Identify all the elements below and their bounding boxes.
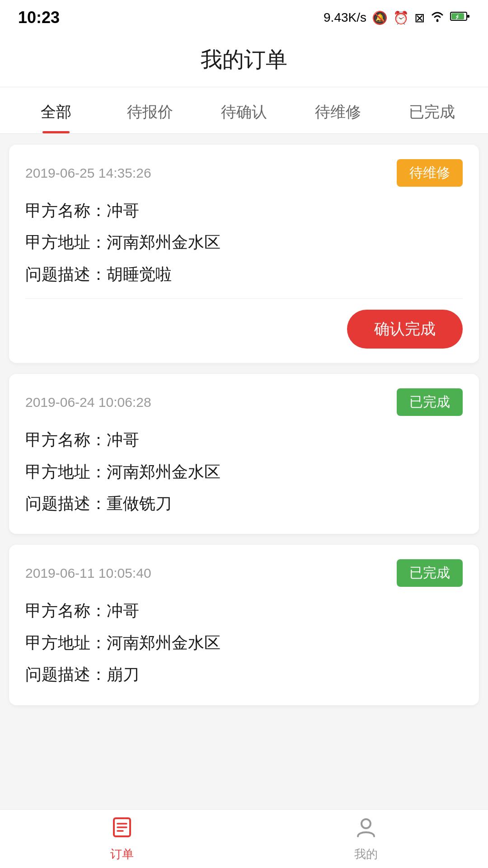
tab-all[interactable]: 全部 bbox=[9, 87, 103, 133]
page-title: 我的订单 bbox=[0, 45, 488, 74]
status-badge-2: 已完成 bbox=[397, 388, 463, 416]
card-info-3: 甲方名称：冲哥 甲方地址：河南郑州金水区 问题描述：崩刀 bbox=[25, 599, 463, 686]
bottom-spacer bbox=[9, 716, 479, 775]
mute-icon: 🔕 bbox=[372, 10, 388, 25]
order-date-3: 2019-06-11 10:05:40 bbox=[25, 566, 151, 581]
card-header-2: 2019-06-24 10:06:28 已完成 bbox=[25, 388, 463, 416]
nav-mine[interactable]: 我的 bbox=[244, 810, 488, 868]
person-icon bbox=[354, 816, 378, 843]
tab-pending-confirm[interactable]: 待确认 bbox=[197, 87, 291, 133]
sim-icon: ⊠ bbox=[414, 10, 425, 25]
party-address-2: 甲方地址：河南郑州金水区 bbox=[25, 461, 463, 483]
problem-desc-3: 问题描述：崩刀 bbox=[25, 663, 463, 686]
card-divider-1 bbox=[25, 298, 463, 299]
network-speed: 9.43K/s bbox=[324, 10, 366, 25]
status-time: 10:23 bbox=[18, 8, 60, 27]
order-date-1: 2019-06-25 14:35:26 bbox=[25, 165, 151, 181]
tabs-container: 全部 待报价 待确认 待维修 已完成 bbox=[0, 87, 488, 134]
order-card-1: 2019-06-25 14:35:26 待维修 甲方名称：冲哥 甲方地址：河南郑… bbox=[9, 145, 479, 363]
problem-desc-1: 问题描述：胡睡觉啦 bbox=[25, 263, 463, 286]
orders-list: 2019-06-25 14:35:26 待维修 甲方名称：冲哥 甲方地址：河南郑… bbox=[0, 134, 488, 786]
bottom-nav: 订单 我的 bbox=[0, 809, 488, 868]
tab-pending-repair[interactable]: 待维修 bbox=[291, 87, 385, 133]
party-name-1: 甲方名称：冲哥 bbox=[25, 199, 463, 222]
card-info-2: 甲方名称：冲哥 甲方地址：河南郑州金水区 问题描述：重做铣刀 bbox=[25, 429, 463, 515]
alarm-icon: ⏰ bbox=[393, 10, 409, 25]
tab-pending-quote[interactable]: 待报价 bbox=[103, 87, 197, 133]
page-header: 我的订单 bbox=[0, 32, 488, 87]
svg-point-8 bbox=[361, 819, 371, 828]
party-name-2: 甲方名称：冲哥 bbox=[25, 429, 463, 451]
battery-icon bbox=[450, 10, 470, 25]
status-bar: 10:23 9.43K/s 🔕 ⏰ ⊠ bbox=[0, 0, 488, 32]
svg-rect-3 bbox=[467, 15, 469, 18]
tab-done[interactable]: 已完成 bbox=[385, 87, 479, 133]
card-header-1: 2019-06-25 14:35:26 待维修 bbox=[25, 159, 463, 187]
orders-icon bbox=[110, 816, 134, 843]
confirm-button-1[interactable]: 确认完成 bbox=[347, 310, 463, 349]
card-info-1: 甲方名称：冲哥 甲方地址：河南郑州金水区 问题描述：胡睡觉啦 bbox=[25, 199, 463, 286]
party-address-1: 甲方地址：河南郑州金水区 bbox=[25, 231, 463, 254]
card-header-3: 2019-06-11 10:05:40 已完成 bbox=[25, 559, 463, 587]
order-card-2: 2019-06-24 10:06:28 已完成 甲方名称：冲哥 甲方地址：河南郑… bbox=[9, 374, 479, 534]
nav-orders[interactable]: 订单 bbox=[0, 810, 244, 868]
status-icons: 9.43K/s 🔕 ⏰ ⊠ bbox=[324, 10, 470, 26]
nav-mine-label: 我的 bbox=[354, 846, 378, 862]
order-date-2: 2019-06-24 10:06:28 bbox=[25, 395, 151, 410]
party-name-3: 甲方名称：冲哥 bbox=[25, 599, 463, 622]
nav-orders-label: 订单 bbox=[110, 846, 134, 862]
party-address-3: 甲方地址：河南郑州金水区 bbox=[25, 632, 463, 654]
status-badge-3: 已完成 bbox=[397, 559, 463, 587]
card-footer-1: 确认完成 bbox=[25, 310, 463, 349]
status-badge-1: 待维修 bbox=[397, 159, 463, 187]
svg-point-0 bbox=[436, 19, 439, 22]
wifi-icon bbox=[430, 10, 445, 26]
order-card-3: 2019-06-11 10:05:40 已完成 甲方名称：冲哥 甲方地址：河南郑… bbox=[9, 545, 479, 705]
svg-rect-2 bbox=[451, 13, 464, 19]
problem-desc-2: 问题描述：重做铣刀 bbox=[25, 492, 463, 515]
